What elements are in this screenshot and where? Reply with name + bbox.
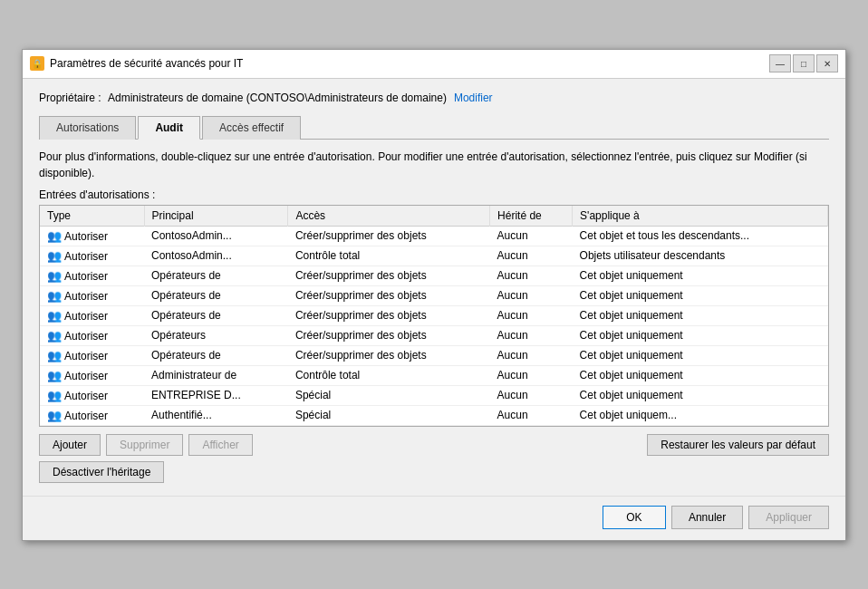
table-row[interactable]: 👥AutoriserOpérateurs deCréer/supprimer d… [40,345,828,365]
cell-herite: Aucun [490,285,573,305]
cell-sapplique: Cet objet uniquement [573,385,828,405]
ok-button[interactable]: OK [603,506,666,529]
cell-acces: Créer/supprimer des objets [288,226,490,246]
cell-sapplique: Cet objet uniquem... [573,405,828,425]
heritage-row: Désactiver l'héritage [39,461,829,483]
cell-type: 👥Autoriser [40,246,144,266]
entries-table: Type Principal Accès Hérité de S'appliqu… [40,206,828,426]
table-row[interactable]: 👥AutoriserOpérateurs deCréer/supprimer d… [40,305,828,325]
titlebar-controls: — □ ✕ [769,54,838,72]
cell-herite: Aucun [490,226,573,246]
table-row[interactable]: 👥AutoriserContosoAdmin...Créer/supprimer… [40,226,828,246]
cell-principal: ContosoAdmin... [144,226,288,246]
user-group-icon: 👥 [47,309,62,323]
col-herite: Hérité de [490,206,573,227]
afficher-button[interactable]: Afficher [188,434,252,456]
cell-herite: Aucun [490,385,573,405]
tab-acces-effectif[interactable]: Accès effectif [202,116,301,140]
cell-sapplique: Cet objet et tous les descendants... [573,226,828,246]
cell-sapplique: Cet objet uniquement [573,325,828,345]
cell-herite: Aucun [490,345,573,365]
table-row[interactable]: 👥AutoriserOpérateurs deCréer/supprimer d… [40,285,828,305]
table-row[interactable]: 👥AutoriserOpérateursCréer/supprimer des … [40,325,828,345]
owner-label: Propriétaire : [39,92,102,104]
cell-type: 👥Autoriser [40,285,144,305]
table-row[interactable]: 👥AutoriserContosoAdmin...Contrôle totalA… [40,246,828,266]
cell-herite: Aucun [490,266,573,285]
cell-herite: Aucun [490,325,573,345]
cell-sapplique: Cet objet uniquement [573,305,828,325]
desactiver-heritage-button[interactable]: Désactiver l'héritage [39,461,164,483]
cell-type: 👥Autoriser [40,325,144,345]
cell-type: 👥Autoriser [40,266,144,285]
entries-title: Entrées d'autorisations : [39,188,829,201]
modify-owner-link[interactable]: Modifier [454,92,493,104]
minimize-button[interactable]: — [769,54,791,72]
cell-principal: Opérateurs de [144,305,288,325]
cell-type: 👥Autoriser [40,305,144,325]
appliquer-button[interactable]: Appliquer [748,506,829,529]
cell-principal: ContosoAdmin... [144,246,288,266]
table-row[interactable]: 👥AutoriserAuthentifié...SpécialAucunCet … [40,405,828,425]
cell-type: 👥Autoriser [40,405,144,425]
footer-buttons: OK Annuler Appliquer [23,496,845,540]
tab-autorisations[interactable]: Autorisations [39,116,136,140]
restaurer-button[interactable]: Restaurer les valeurs par défaut [647,434,829,456]
maximize-button[interactable]: □ [793,54,815,72]
user-group-icon: 👥 [47,249,62,263]
table-header-row: Type Principal Accès Hérité de S'appliqu… [40,206,828,227]
cell-acces: Créer/supprimer des objets [288,345,490,365]
cell-sapplique: Objets utilisateur descendants [573,246,828,266]
table-body: 👥AutoriserContosoAdmin...Créer/supprimer… [40,226,828,425]
action-buttons: Ajouter Supprimer Afficher Restaurer les… [39,434,829,456]
cell-principal: Opérateurs [144,325,288,345]
cell-principal: Authentifié... [144,405,288,425]
tab-bar: Autorisations Audit Accès effectif [39,115,829,140]
cell-acces: Créer/supprimer des objets [288,305,490,325]
cell-acces: Créer/supprimer des objets [288,325,490,345]
user-group-icon: 👥 [47,329,62,343]
cell-herite: Aucun [490,305,573,325]
titlebar: 🔒 Paramètres de sécurité avancés pour IT… [23,50,845,79]
cell-type: 👥Autoriser [40,385,144,405]
cell-acces: Spécial [288,405,490,425]
dialog-content: Propriétaire : Administrateurs de domain… [23,79,845,496]
cell-principal: Opérateurs de [144,285,288,305]
cell-principal: Administrateur de [144,365,288,385]
main-window: 🔒 Paramètres de sécurité avancés pour IT… [22,49,846,541]
user-group-icon: 👥 [47,389,62,402]
owner-row: Propriétaire : Administrateurs de domain… [39,92,829,104]
cell-sapplique: Cet objet uniquement [573,345,828,365]
cell-acces: Créer/supprimer des objets [288,285,490,305]
cell-acces: Créer/supprimer des objets [288,266,490,285]
user-group-icon: 👥 [47,349,62,362]
cell-acces: Spécial [288,385,490,405]
cell-herite: Aucun [490,365,573,385]
table-row[interactable]: 👥AutoriserENTREPRISE D...SpécialAucunCet… [40,385,828,405]
close-button[interactable]: ✕ [816,54,838,72]
user-group-icon: 👥 [47,409,62,422]
supprimer-button[interactable]: Supprimer [106,434,183,456]
owner-value: Administrateurs de domaine (CONTOSO\Admi… [108,92,447,104]
cell-acces: Contrôle total [288,246,490,266]
col-type: Type [40,206,144,227]
window-icon: 🔒 [30,56,44,71]
cell-herite: Aucun [490,246,573,266]
cell-acces: Contrôle total [288,365,490,385]
cell-type: 👥Autoriser [40,365,144,385]
table-row[interactable]: 👥AutoriserOpérateurs deCréer/supprimer d… [40,266,828,285]
annuler-button[interactable]: Annuler [671,506,743,529]
tab-audit[interactable]: Audit [138,116,200,140]
table-row[interactable]: 👥AutoriserAdministrateur deContrôle tota… [40,365,828,385]
col-sapplique: S'applique à [573,206,828,227]
ajouter-button[interactable]: Ajouter [39,434,101,456]
cell-herite: Aucun [490,405,573,425]
cell-sapplique: Cet objet uniquement [573,285,828,305]
cell-principal: Opérateurs de [144,266,288,285]
col-acces: Accès [288,206,490,227]
col-principal: Principal [144,206,288,227]
user-group-icon: 👥 [47,369,62,382]
table-scroll-area[interactable]: Type Principal Accès Hérité de S'appliqu… [40,206,828,426]
cell-sapplique: Cet objet uniquement [573,365,828,385]
user-group-icon: 👥 [47,289,62,303]
